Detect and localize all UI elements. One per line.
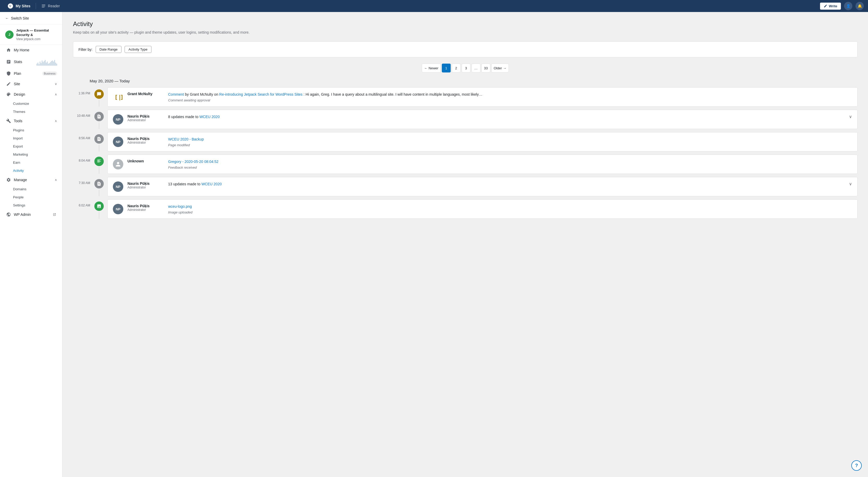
sidebar-item-wp-admin[interactable]: WP Admin (0, 209, 62, 220)
sidebar-plan-label: Plan (14, 71, 21, 75)
my-sites-button[interactable]: My Sites (4, 3, 34, 9)
svg-rect-1 (42, 6, 45, 6)
sidebar-item-settings[interactable]: Settings (0, 201, 62, 209)
customize-label: Customize (13, 102, 29, 105)
sidebar-item-people[interactable]: People (0, 193, 62, 201)
activity-content-4: Gregory - 2020-05-20 08:04:52 Feedback r… (168, 159, 852, 169)
switch-site-button[interactable]: ← Switch Site (0, 12, 62, 25)
topnav-left: My Sites Reader (4, 3, 63, 9)
page-2-button[interactable]: 2 (452, 64, 461, 72)
expand-button-5[interactable]: ∨ (849, 182, 852, 186)
activity-icon-area-1: [|] (113, 92, 123, 102)
sidebar-item-plan[interactable]: Plan Business (0, 68, 62, 79)
sidebar-item-import[interactable]: Import (0, 134, 62, 142)
time-6: 6:02 AM (79, 203, 90, 207)
activity-user-4: Unknown (127, 159, 164, 163)
activity-user-2: Nauris Pūķis Administrator (127, 114, 164, 122)
wp-admin-label: WP Admin (14, 213, 31, 217)
page-3-button[interactable]: 3 (462, 64, 470, 72)
sidebar-item-plugins[interactable]: Plugins (0, 126, 62, 134)
activity-dot-4 (94, 157, 104, 166)
sidebar: ← Switch Site J Jetpack — Essential Secu… (0, 12, 63, 477)
role-6: Administrator (127, 208, 164, 212)
sidebar-item-my-home[interactable]: My Home (0, 45, 62, 55)
write-button[interactable]: Write (820, 3, 841, 10)
top-navigation: My Sites Reader Write 👤 🔔 (0, 0, 868, 12)
sidebar-item-export[interactable]: Export (0, 142, 62, 150)
timeline-line-4 (99, 167, 99, 174)
activity-content-2: 8 updates made to WCEU 2020 (168, 114, 845, 120)
post-link-1[interactable]: Re-introducing Jetpack Search for WordPr… (219, 92, 303, 96)
activity-dot-5 (94, 179, 104, 188)
newer-page-button[interactable]: ← Newer (422, 64, 441, 72)
design-chevron-icon: ∧ (55, 93, 57, 96)
sidebar-site-label: Site (14, 82, 20, 86)
sidebar-item-design[interactable]: Design ∧ (0, 89, 62, 100)
plan-icon (6, 71, 11, 76)
sidebar-item-domains[interactable]: Domains (0, 185, 62, 193)
site-icon (6, 81, 11, 87)
older-page-button[interactable]: Older → (491, 64, 509, 72)
backup-link-3[interactable]: WCEU 2020 - Backup (168, 137, 204, 141)
activity-card-5: NP Nauris Pūķis Administrator 13 updates… (107, 177, 858, 196)
activity-user-5: Nauris Pūķis Administrator (127, 182, 164, 189)
site-logo-icon: J (5, 31, 13, 39)
page-33-button[interactable]: 33 (482, 64, 490, 72)
activity-desc-1: Comment by Grant McNulty on Re-introduci… (168, 92, 852, 97)
svg-text:[: [ (115, 94, 118, 100)
timeline-line-1 (99, 100, 99, 106)
reader-button[interactable]: Reader (38, 4, 63, 8)
activity-user-1: Grant McNulty (127, 92, 164, 96)
notifications-icon[interactable]: 🔔 (856, 2, 864, 10)
user-avatar-icon[interactable]: 👤 (844, 2, 852, 10)
activity-type-filter-button[interactable]: Activity Type (125, 46, 151, 53)
wceu-link-2[interactable]: WCEU 2020 (199, 115, 220, 119)
settings-label: Settings (13, 203, 25, 207)
timeline-2 (94, 110, 104, 129)
manage-icon (6, 177, 11, 183)
activity-sub-3: Page modified (168, 143, 852, 147)
sidebar-item-tools[interactable]: Tools ∧ (0, 116, 62, 126)
activity-label: Activity (13, 169, 24, 172)
sidebar-item-stats[interactable]: Stats (0, 55, 62, 68)
export-label: Export (13, 145, 23, 148)
username-5: Nauris Pūķis (127, 182, 164, 186)
comment-link-1[interactable]: Comment (168, 92, 184, 96)
activity-content-1: Comment by Grant McNulty on Re-introduci… (168, 92, 852, 102)
wceu-link-5[interactable]: WCEU 2020 (202, 182, 222, 186)
activity-item-3: 8:56 AM NP Nauris Pūķis Administrator (73, 132, 858, 152)
sidebar-item-earn[interactable]: Earn (0, 158, 62, 166)
main-content: Activity Keep tabs on all your site's ac… (63, 12, 868, 477)
sidebar-design-label: Design (14, 92, 25, 96)
sidebar-item-activity[interactable]: Activity (0, 166, 62, 174)
date-range-filter-button[interactable]: Date Range (96, 46, 121, 53)
external-link-icon (52, 212, 57, 217)
site-info: J Jetpack — Essential Security & View je… (0, 25, 62, 45)
sidebar-item-themes[interactable]: Themes (0, 108, 62, 116)
reader-label: Reader (48, 4, 60, 8)
time-column-1: 1:36 PM (73, 87, 94, 106)
expand-button-2[interactable]: ∨ (849, 114, 852, 119)
sidebar-item-customize[interactable]: Customize (0, 100, 62, 108)
plan-badge: Business (42, 71, 57, 75)
page-1-button[interactable]: 1 (442, 64, 451, 72)
svg-rect-2 (42, 7, 44, 7)
activity-card-2: NP Nauris Pūķis Administrator 8 updates … (107, 110, 858, 129)
time-column-4: 8:04 AM (73, 155, 94, 174)
activity-dot-6 (94, 201, 104, 211)
activity-item-1: 1:36 PM [|] Grant McNulty (73, 87, 858, 106)
sidebar-item-site[interactable]: Site ∨ (0, 79, 62, 89)
image-link-6[interactable]: wceu-logo.png (168, 204, 192, 209)
timeline-4 (94, 155, 104, 174)
activity-card-3: NP Nauris Pūķis Administrator WCEU 2020 … (107, 132, 858, 152)
sidebar-tools-label: Tools (14, 119, 23, 123)
my-sites-label: My Sites (16, 4, 31, 8)
activity-card-4: Unknown Gregory - 2020-05-20 08:04:52 Fe… (107, 155, 858, 174)
feedback-link-4[interactable]: Gregory - 2020-05-20 08:04:52 (168, 160, 218, 164)
wp-admin-icon (6, 212, 11, 217)
sidebar-item-manage[interactable]: Manage ∧ (0, 174, 62, 185)
time-1: 1:36 PM (79, 92, 90, 95)
help-button[interactable]: ? (851, 460, 862, 471)
sidebar-item-marketing[interactable]: Marketing (0, 150, 62, 158)
activity-desc-5: 13 updates made to WCEU 2020 (168, 182, 845, 187)
